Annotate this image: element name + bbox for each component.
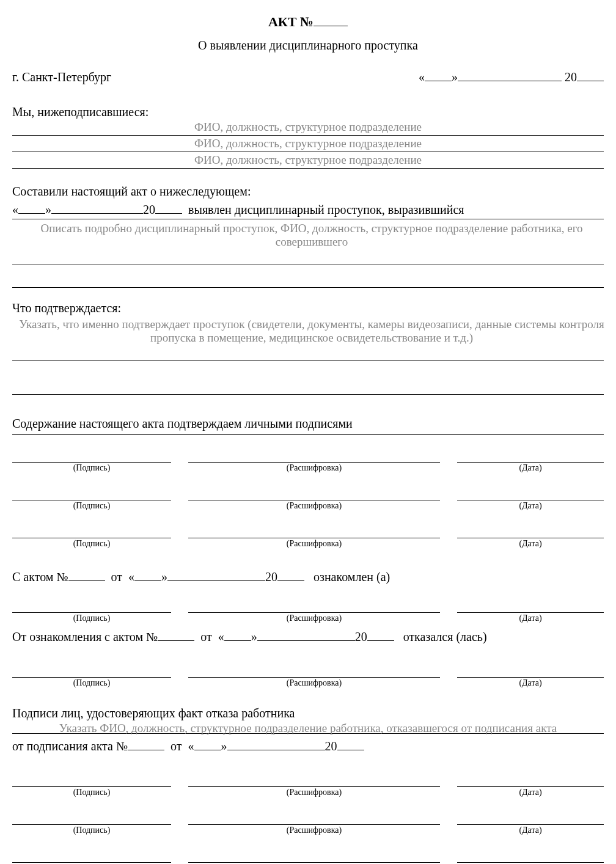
date-year-prefix: 20 [565, 70, 577, 84]
sig-signature-blank[interactable] [12, 813, 171, 825]
sig-signature-cell: (Подпись) [12, 851, 171, 864]
refuse-year-prefix: 20 [355, 630, 367, 643]
sig-date-cell: (Дата) [457, 527, 604, 549]
refuse-signature-block: (Подпись) (Расшифровка) (Дата) [12, 666, 604, 688]
confirm-blank-line-1[interactable] [12, 345, 604, 361]
detected-month-blank[interactable] [51, 200, 143, 214]
refuse-witness-prefix: от подписания акта № [12, 739, 128, 753]
acquaint-month-blank[interactable] [167, 567, 265, 581]
sig-decipher-caption: (Расшифровка) [188, 463, 440, 473]
refuse-witness-heading: Подписи лиц, удостоверяющих факт отказа … [12, 706, 604, 720]
acquaint-from: от [111, 570, 122, 584]
act-label: АКТ № [268, 14, 314, 29]
signer-line-1[interactable]: ФИО, должность, структурное подразделени… [12, 120, 604, 136]
sig-signature-blank[interactable] [12, 527, 171, 538]
sig-row: (Подпись) (Расшифровка) (Дата) [12, 601, 604, 623]
sig-decipher-cell: (Расшифровка) [188, 451, 440, 473]
refuse-witness-open-quote: « [188, 739, 194, 753]
sig-date-caption: (Дата) [457, 501, 604, 511]
refuse-witness-hint: Указать ФИО, должность, структурное подр… [12, 722, 604, 735]
date-open-quote: « [419, 70, 425, 84]
sig-signature-blank[interactable] [12, 601, 171, 613]
signer-hint-1: ФИО, должность, структурное подразделени… [12, 120, 604, 134]
sig-decipher-blank[interactable] [188, 775, 440, 787]
act-number-blank[interactable] [314, 11, 348, 26]
sig-signature-caption: (Подпись) [12, 678, 171, 688]
refuse-witness-year-blank[interactable] [337, 736, 364, 750]
refuse-witness-number-blank[interactable] [128, 736, 164, 750]
signer-line-3[interactable]: ФИО, должность, структурное подразделени… [12, 153, 604, 169]
sig-decipher-caption: (Расшифровка) [188, 826, 440, 835]
sig-row: (Подпись) (Расшифровка) (Дата) [12, 489, 604, 511]
sig-date-blank[interactable] [457, 527, 604, 538]
signer-hint-3: ФИО, должность, структурное подразделени… [12, 153, 604, 167]
detected-close-quote: » [45, 203, 51, 216]
date-day-blank[interactable] [425, 67, 452, 81]
refuse-prefix: От ознакомления с актом № [12, 630, 158, 643]
signer-hint-2: ФИО, должность, структурное подразделени… [12, 137, 604, 150]
acquaint-number-blank[interactable] [68, 567, 105, 581]
signer-line-2[interactable]: ФИО, должность, структурное подразделени… [12, 137, 604, 152]
sig-date-cell: (Дата) [457, 451, 604, 473]
detected-year-blank[interactable] [155, 200, 182, 214]
sig-decipher-blank[interactable] [188, 666, 440, 678]
sig-row: (Подпись) (Расшифровка) (Дата) [12, 813, 604, 835]
sig-decipher-blank[interactable] [188, 489, 440, 500]
refuse-suffix: отказался (лась) [403, 630, 487, 643]
sig-row: (Подпись) (Расшифровка) (Дата) [12, 451, 604, 473]
refuse-witness-close-quote: » [221, 739, 227, 753]
refuse-witness-day-blank[interactable] [194, 736, 221, 750]
sig-date-cell: (Дата) [457, 813, 604, 835]
city-date-row: г. Санкт-Петербург «» 20 [12, 67, 604, 84]
sig-date-blank[interactable] [457, 813, 604, 825]
acquaint-year-blank[interactable] [277, 567, 304, 581]
sig-decipher-cell: (Расшифровка) [188, 813, 440, 835]
date-close-quote: » [452, 70, 458, 84]
refuse-day-blank[interactable] [224, 627, 251, 641]
sig-signature-cell: (Подпись) [12, 813, 171, 835]
refuse-number-blank[interactable] [158, 627, 194, 641]
sig-date-blank[interactable] [457, 851, 604, 863]
sig-signature-blank[interactable] [12, 489, 171, 500]
date-year-blank[interactable] [577, 67, 604, 81]
doc-subtitle: О выявлении дисциплинарного проступка [12, 38, 604, 53]
sig-signature-blank[interactable] [12, 775, 171, 787]
sig-decipher-blank[interactable] [188, 451, 440, 463]
sig-row: (Подпись) (Расшифровка) (Дата) [12, 666, 604, 688]
sig-date-blank[interactable] [457, 775, 604, 787]
sig-date-caption: (Дата) [457, 463, 604, 473]
sig-signature-cell: (Подпись) [12, 451, 171, 473]
refuse-year-blank[interactable] [367, 627, 394, 641]
detected-blank-line-2[interactable] [12, 271, 604, 288]
sig-decipher-cell: (Расшифровка) [188, 489, 440, 511]
sig-date-blank[interactable] [457, 601, 604, 613]
detected-line: «»20 выявлен дисциплинарный проступок, в… [12, 200, 604, 219]
refuse-open-quote: « [218, 630, 224, 643]
sig-date-blank[interactable] [457, 451, 604, 463]
refuse-from: от [200, 630, 211, 643]
sig-date-caption: (Дата) [457, 826, 604, 835]
acquaint-line: С актом № от «»20 ознакомлен (а) [12, 567, 604, 585]
sig-signature-blank[interactable] [12, 451, 171, 463]
confirm-blank-line-2[interactable] [12, 378, 604, 395]
confirm-description: Указать, что именно подтверждает проступ… [12, 318, 604, 395]
refuse-witness-month-blank[interactable] [227, 736, 325, 750]
sig-signature-blank[interactable] [12, 851, 171, 863]
date-month-blank[interactable] [458, 67, 562, 81]
sig-signature-blank[interactable] [12, 666, 171, 678]
signers-lines: ФИО, должность, структурное подразделени… [12, 120, 604, 169]
sig-date-blank[interactable] [457, 666, 604, 678]
refuse-month-blank[interactable] [257, 627, 355, 641]
detected-description: Описать подробно дисциплинарный проступо… [12, 222, 604, 288]
sig-date-caption: (Дата) [457, 788, 604, 797]
sig-decipher-blank[interactable] [188, 601, 440, 613]
acquaint-close-quote: » [161, 570, 167, 584]
sig-decipher-blank[interactable] [188, 527, 440, 538]
sig-decipher-blank[interactable] [188, 813, 440, 825]
detected-day-blank[interactable] [18, 200, 45, 214]
acquaint-day-blank[interactable] [134, 567, 161, 581]
sig-decipher-blank[interactable] [188, 851, 440, 863]
sig-decipher-caption: (Расшифровка) [188, 678, 440, 688]
sig-date-blank[interactable] [457, 489, 604, 500]
detected-blank-line-1[interactable] [12, 249, 604, 265]
